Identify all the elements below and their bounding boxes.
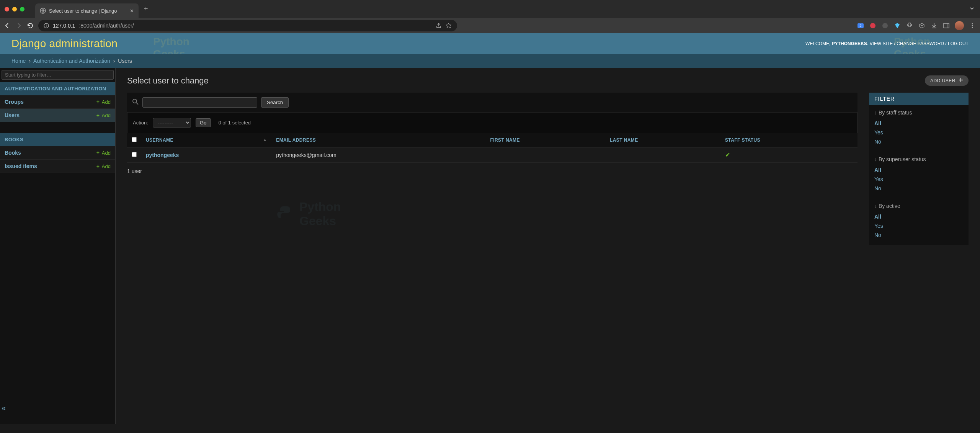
svg-line-13	[136, 103, 138, 105]
column-email[interactable]: EMAIL ADDRESS	[271, 133, 485, 147]
menu-icon[interactable]	[969, 22, 976, 29]
site-info-icon[interactable]: i	[44, 23, 49, 28]
plus-icon: +	[96, 150, 100, 156]
user-tools: WELCOME, PYTHONGEEKS. VIEW SITE / CHANGE…	[805, 41, 969, 46]
close-icon[interactable]: ✕	[130, 8, 134, 14]
browser-tab-bar: Select user to change | Django ✕ +	[0, 0, 980, 18]
filter-option: No	[874, 184, 963, 193]
site-name: Django administration	[11, 38, 118, 50]
address-bar[interactable]: i 127.0.0.1:8000/admin/auth/user/	[38, 20, 457, 31]
add-user-button[interactable]: ADD USER	[925, 75, 969, 86]
filter-option-link[interactable]: All	[874, 167, 881, 173]
breadcrumb-sep: ›	[29, 58, 31, 64]
sidebar-model-row: Books+Add	[0, 146, 115, 160]
go-button[interactable]: Go	[196, 118, 211, 127]
sidebar-add-link[interactable]: +Add	[96, 163, 111, 169]
back-button[interactable]	[4, 22, 11, 29]
extension-icon[interactable]	[869, 22, 877, 29]
forward-button[interactable]	[15, 22, 22, 29]
filter-option-link[interactable]: All	[874, 214, 881, 220]
main-container: Python Geeks AUTHENTICATION AND AUTHORIZ…	[0, 68, 980, 424]
sort-asc-icon: ▲	[263, 137, 267, 142]
translate-icon[interactable]: 文	[857, 22, 864, 29]
filter-option: All	[874, 119, 963, 128]
filter-group: By activeAllYesNo	[869, 198, 969, 245]
row-last-name	[605, 147, 720, 163]
column-last-name[interactable]: LAST NAME	[605, 133, 720, 147]
current-username: PYTHONGEEKS	[832, 41, 867, 46]
svg-point-10	[972, 25, 973, 26]
profile-avatar[interactable]	[955, 21, 964, 30]
filter-option-link[interactable]: Yes	[874, 129, 883, 136]
extensions-menu-icon[interactable]	[906, 22, 913, 29]
breadcrumb-sep: ›	[113, 58, 115, 64]
filter-option: No	[874, 137, 963, 146]
search-input[interactable]	[142, 97, 257, 108]
sidebar-add-link[interactable]: +Add	[96, 99, 111, 105]
sidebar-app-caption[interactable]: AUTHENTICATION AND AUTHORIZATION	[0, 82, 115, 95]
tabs-dropdown-icon[interactable]	[969, 6, 975, 13]
action-select[interactable]: ---------	[153, 118, 191, 127]
filter-option: No	[874, 230, 963, 240]
filter-panel: FILTER By staff statusAllYesNoBy superus…	[869, 93, 969, 245]
sidebar-model-link[interactable]: Issued items	[5, 163, 37, 169]
filter-option-link[interactable]: No	[874, 185, 881, 191]
extension-icon[interactable]	[893, 22, 901, 29]
extension-icon[interactable]	[918, 22, 926, 29]
column-staff-status[interactable]: STAFF STATUS	[720, 133, 858, 147]
breadcrumb-app[interactable]: Authentication and Authorization	[33, 58, 110, 64]
select-all-header[interactable]	[127, 133, 141, 147]
breadcrumb: Home › Authentication and Authorization …	[0, 54, 980, 68]
change-password-link[interactable]: CHANGE PASSWORD	[897, 41, 944, 46]
downloads-icon[interactable]	[930, 22, 938, 29]
filter-group-title: By active	[874, 203, 963, 209]
sidebar-model-row: Users+Add	[0, 109, 115, 122]
changelist: Search Action: --------- Go 0 of 1 selec…	[127, 93, 858, 245]
browser-toolbar: i 127.0.0.1:8000/admin/auth/user/ 文	[0, 18, 980, 33]
svg-point-5	[870, 23, 875, 28]
sidebar-model-link[interactable]: Groups	[5, 99, 24, 105]
sidebar-model-link[interactable]: Users	[5, 112, 20, 118]
collapse-sidebar-button[interactable]: «	[2, 404, 6, 412]
reload-button[interactable]	[27, 22, 34, 29]
django-header: PythonGeeks PythonGeeks Django administr…	[0, 33, 980, 54]
select-all-checkbox[interactable]	[132, 137, 137, 142]
filter-option-link[interactable]: Yes	[874, 223, 883, 229]
sidebar-app-caption[interactable]: BOOKS	[0, 133, 115, 146]
view-site-link[interactable]: VIEW SITE	[869, 41, 893, 46]
url-host: 127.0.0.1	[53, 23, 75, 29]
filter-group-title: By superuser status	[874, 156, 963, 162]
filter-option-link[interactable]: No	[874, 139, 881, 145]
side-panel-icon[interactable]	[942, 22, 950, 29]
logout-link[interactable]: LOG OUT	[948, 41, 969, 46]
svg-text:文: 文	[859, 24, 862, 28]
sidebar-filter-input[interactable]	[2, 70, 114, 80]
content: Select user to change ADD USER Search	[116, 68, 980, 424]
column-username[interactable]: USERNAME ▲	[141, 133, 271, 147]
filter-option-link[interactable]: Yes	[874, 176, 883, 182]
window-close-button[interactable]	[5, 7, 9, 11]
window-minimize-button[interactable]	[12, 7, 17, 11]
filter-option: Yes	[874, 128, 963, 137]
sidebar-model-link[interactable]: Books	[5, 150, 21, 156]
row-username-link[interactable]: pythongeeks	[146, 152, 179, 158]
row-first-name	[486, 147, 605, 163]
filter-group: By staff statusAllYesNo	[869, 105, 969, 152]
extension-icon[interactable]	[881, 22, 889, 29]
sidebar-add-link[interactable]: +Add	[96, 150, 111, 156]
browser-tab[interactable]: Select user to change | Django ✕	[35, 3, 139, 18]
window-maximize-button[interactable]	[20, 7, 24, 11]
sidebar-add-link[interactable]: +Add	[96, 112, 111, 118]
bookmark-star-icon[interactable]	[446, 23, 452, 29]
svg-text:i: i	[46, 24, 47, 28]
filter-option-link[interactable]: No	[874, 232, 881, 238]
svg-rect-7	[944, 23, 949, 28]
page-title: Select user to change	[127, 76, 209, 86]
column-first-name[interactable]: FIRST NAME	[486, 133, 605, 147]
breadcrumb-home[interactable]: Home	[11, 58, 26, 64]
share-icon[interactable]	[436, 23, 442, 29]
new-tab-button[interactable]: +	[144, 5, 148, 13]
filter-option-link[interactable]: All	[874, 120, 881, 126]
row-checkbox[interactable]	[132, 152, 137, 157]
search-button[interactable]: Search	[261, 97, 289, 108]
